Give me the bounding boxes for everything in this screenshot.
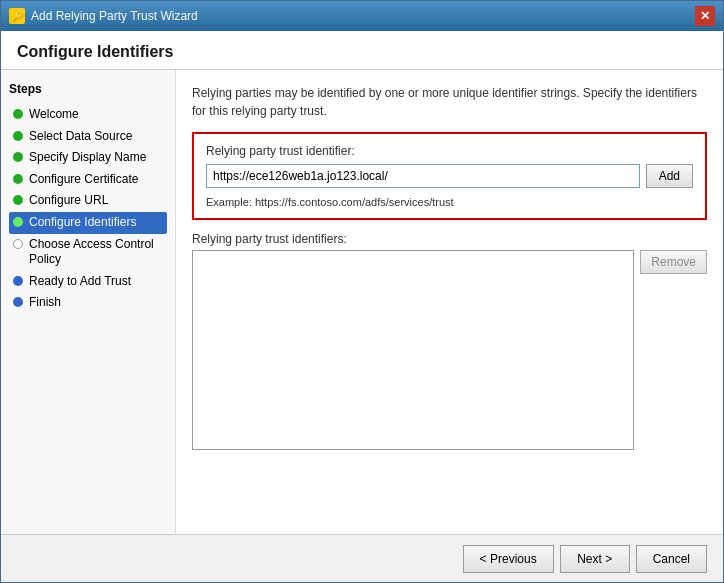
sidebar-item-label: Configure URL xyxy=(29,193,108,209)
remove-button[interactable]: Remove xyxy=(640,250,707,274)
example-text: Example: https://fs.contoso.com/adfs/ser… xyxy=(206,196,693,208)
step-dot xyxy=(13,276,23,286)
identifiers-list-label: Relying party trust identifiers: xyxy=(192,232,707,246)
page-title: Configure Identifiers xyxy=(17,43,707,61)
sidebar-item-label: Choose Access Control Policy xyxy=(29,237,163,268)
sidebar-item-finish[interactable]: Finish xyxy=(9,292,167,314)
title-bar: 🔑 Add Relying Party Trust Wizard ✕ xyxy=(1,1,723,31)
identifiers-section: Relying party trust identifiers: Remove xyxy=(192,232,707,450)
sidebar: Steps Welcome Select Data Source Specify… xyxy=(1,70,176,534)
sidebar-item-specify-display-name[interactable]: Specify Display Name xyxy=(9,147,167,169)
identifiers-list xyxy=(192,250,634,450)
step-dot xyxy=(13,239,23,249)
footer: < Previous Next > Cancel xyxy=(1,534,723,582)
page-header: Configure Identifiers xyxy=(1,31,723,70)
next-button[interactable]: Next > xyxy=(560,545,630,573)
sidebar-item-label: Configure Identifiers xyxy=(29,215,136,231)
sidebar-item-label: Ready to Add Trust xyxy=(29,274,131,290)
step-dot xyxy=(13,109,23,119)
identifier-section: Relying party trust identifier: Add Exam… xyxy=(192,132,707,220)
window-title: Add Relying Party Trust Wizard xyxy=(31,9,198,23)
sidebar-item-welcome[interactable]: Welcome xyxy=(9,104,167,126)
content-area: Steps Welcome Select Data Source Specify… xyxy=(1,70,723,534)
identifiers-row: Remove xyxy=(192,250,707,450)
window-icon: 🔑 xyxy=(9,8,25,24)
sidebar-item-label: Welcome xyxy=(29,107,79,123)
step-dot xyxy=(13,297,23,307)
sidebar-item-label: Specify Display Name xyxy=(29,150,146,166)
identifier-input[interactable] xyxy=(206,164,640,188)
close-button[interactable]: ✕ xyxy=(695,6,715,26)
identifier-input-row: Add xyxy=(206,164,693,188)
step-dot xyxy=(13,195,23,205)
step-dot xyxy=(13,152,23,162)
description-text: Relying parties may be identified by one… xyxy=(192,84,707,120)
sidebar-item-choose-access-control[interactable]: Choose Access Control Policy xyxy=(9,234,167,271)
sidebar-item-label: Finish xyxy=(29,295,61,311)
previous-button[interactable]: < Previous xyxy=(463,545,554,573)
sidebar-item-label: Select Data Source xyxy=(29,129,132,145)
step-dot xyxy=(13,174,23,184)
sidebar-item-label: Configure Certificate xyxy=(29,172,138,188)
add-button[interactable]: Add xyxy=(646,164,693,188)
step-dot xyxy=(13,131,23,141)
cancel-button[interactable]: Cancel xyxy=(636,545,707,573)
title-bar-left: 🔑 Add Relying Party Trust Wizard xyxy=(9,8,198,24)
steps-title: Steps xyxy=(9,82,167,96)
identifier-label: Relying party trust identifier: xyxy=(206,144,693,158)
sidebar-item-configure-identifiers[interactable]: Configure Identifiers xyxy=(9,212,167,234)
sidebar-item-configure-certificate[interactable]: Configure Certificate xyxy=(9,169,167,191)
sidebar-item-ready-to-add-trust[interactable]: Ready to Add Trust xyxy=(9,271,167,293)
main-content: Relying parties may be identified by one… xyxy=(176,70,723,534)
step-dot xyxy=(13,217,23,227)
wizard-window: 🔑 Add Relying Party Trust Wizard ✕ Confi… xyxy=(0,0,724,583)
sidebar-item-select-data-source[interactable]: Select Data Source xyxy=(9,126,167,148)
sidebar-item-configure-url[interactable]: Configure URL xyxy=(9,190,167,212)
